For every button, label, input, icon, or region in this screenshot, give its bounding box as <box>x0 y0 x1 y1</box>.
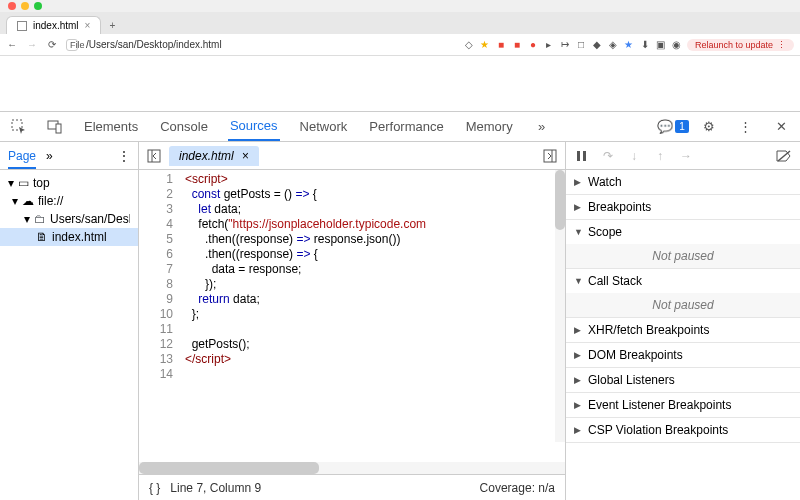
ext-icon[interactable]: ⬇ <box>639 39 651 51</box>
inspect-icon[interactable] <box>10 118 28 136</box>
devtools-panel: Elements Console Sources Network Perform… <box>0 111 800 500</box>
close-file-tab-icon[interactable]: × <box>242 149 249 163</box>
caret-right-icon: ▶ <box>574 202 582 212</box>
section-dom[interactable]: ▶DOM Breakpoints <box>566 343 800 368</box>
folder-icon: 🗀 <box>34 212 46 226</box>
editor-file-tab[interactable]: index.html × <box>169 146 259 166</box>
tab-sources[interactable]: Sources <box>228 112 280 141</box>
tree-file[interactable]: 🗎index.html <box>0 228 138 246</box>
minimize-window-icon[interactable] <box>21 2 29 10</box>
not-paused-label: Not paused <box>566 244 800 268</box>
code-content: <script> const getPosts = () => { let da… <box>179 170 565 462</box>
tab-elements[interactable]: Elements <box>82 113 140 140</box>
section-breakpoints[interactable]: ▶Breakpoints <box>566 195 800 220</box>
browser-tab-title: index.html <box>33 20 79 31</box>
more-tabs-icon[interactable]: » <box>46 149 53 163</box>
svg-rect-7 <box>577 151 580 161</box>
ext-icon[interactable]: ■ <box>511 39 523 51</box>
navigator-tabs: Page » ⋮ <box>0 142 138 170</box>
kebab-icon[interactable]: ⋮ <box>118 149 130 163</box>
step-icon[interactable]: → <box>678 148 694 164</box>
ext-icon[interactable]: □ <box>575 39 587 51</box>
ext-icon[interactable]: ◆ <box>591 39 603 51</box>
relaunch-button[interactable]: Relaunch to update ⋮ <box>687 39 794 51</box>
caret-down-icon: ▾ <box>8 176 14 190</box>
back-icon[interactable]: ← <box>6 39 18 50</box>
step-out-icon[interactable]: ↑ <box>652 148 668 164</box>
vertical-scrollbar[interactable] <box>555 170 565 442</box>
caret-down-icon: ▼ <box>574 227 582 237</box>
section-watch[interactable]: ▶Watch <box>566 170 800 195</box>
section-csp[interactable]: ▶CSP Violation Breakpoints <box>566 418 800 443</box>
tree-top[interactable]: ▾▭top <box>0 174 138 192</box>
caret-down-icon: ▾ <box>24 212 30 226</box>
section-scope: ▼Scope Not paused <box>566 220 800 269</box>
favicon-icon <box>17 21 27 31</box>
ext-icon[interactable]: ▸ <box>543 39 555 51</box>
url-text[interactable]: /Users/san/Desktop/index.html <box>86 39 222 50</box>
forward-icon[interactable]: → <box>26 39 38 50</box>
svg-rect-5 <box>544 150 556 162</box>
more-tabs-icon[interactable]: » <box>533 118 551 136</box>
maximize-window-icon[interactable] <box>34 2 42 10</box>
caret-right-icon: ▶ <box>574 425 582 435</box>
cloud-icon: ☁ <box>22 194 34 208</box>
deactivate-breakpoints-icon[interactable] <box>776 148 792 164</box>
ext-icon[interactable]: ● <box>527 39 539 51</box>
close-devtools-icon[interactable]: ✕ <box>772 118 790 136</box>
toggle-debugger-icon[interactable] <box>543 149 557 163</box>
ext-icon[interactable]: ★ <box>623 39 635 51</box>
new-tab-button[interactable]: + <box>101 17 123 34</box>
close-window-icon[interactable] <box>8 2 16 10</box>
not-paused-label: Not paused <box>566 293 800 317</box>
file-tab-label: index.html <box>179 149 234 163</box>
code-editor[interactable]: 1234567891011121314 <script> const getPo… <box>139 170 565 462</box>
reload-icon[interactable]: ⟳ <box>46 39 58 50</box>
window-icon: ▭ <box>18 176 29 190</box>
address-bar: ← → ⟳ File /Users/san/Desktop/index.html… <box>0 34 800 56</box>
toggle-navigator-icon[interactable] <box>147 149 161 163</box>
svg-rect-2 <box>56 124 61 133</box>
browser-tab-strip: index.html × + <box>0 12 800 34</box>
editor-status-bar: { } Line 7, Column 9 Coverage: n/a <box>139 474 565 500</box>
ext-icon[interactable]: ◉ <box>671 39 683 51</box>
step-over-icon[interactable]: ↷ <box>600 148 616 164</box>
svg-rect-8 <box>583 151 586 161</box>
ext-icon[interactable]: ★ <box>479 39 491 51</box>
device-toggle-icon[interactable] <box>46 118 64 136</box>
caret-right-icon: ▶ <box>574 177 582 187</box>
ext-icon[interactable]: ◈ <box>607 39 619 51</box>
file-tree: ▾▭top ▾☁file:// ▾🗀Users/san/Desktop 🗎ind… <box>0 170 138 500</box>
caret-right-icon: ▶ <box>574 400 582 410</box>
pause-icon[interactable] <box>574 148 590 164</box>
browser-tab[interactable]: index.html × <box>6 16 101 34</box>
tree-origin[interactable]: ▾☁file:// <box>0 192 138 210</box>
tab-memory[interactable]: Memory <box>464 113 515 140</box>
messages-icon[interactable]: 💬1 <box>664 118 682 136</box>
tab-performance[interactable]: Performance <box>367 113 445 140</box>
settings-icon[interactable]: ⚙ <box>700 118 718 136</box>
sources-navigator: Page » ⋮ ▾▭top ▾☁file:// ▾🗀Users/san/Des… <box>0 142 139 500</box>
tab-network[interactable]: Network <box>298 113 350 140</box>
editor-pane: index.html × 1234567891011121314 <script… <box>139 142 566 500</box>
caret-down-icon: ▾ <box>12 194 18 208</box>
file-icon: 🗎 <box>36 230 48 244</box>
debugger-controls: ↷ ↓ ↑ → <box>566 142 800 170</box>
section-xhr[interactable]: ▶XHR/fetch Breakpoints <box>566 318 800 343</box>
tab-console[interactable]: Console <box>158 113 210 140</box>
kebab-icon[interactable]: ⋮ <box>736 118 754 136</box>
horizontal-scrollbar[interactable] <box>139 462 565 474</box>
navigator-tab-page[interactable]: Page <box>8 149 36 169</box>
section-event[interactable]: ▶Event Listener Breakpoints <box>566 393 800 418</box>
coverage-status: Coverage: n/a <box>480 481 555 495</box>
ext-icon[interactable]: ◇ <box>463 39 475 51</box>
step-into-icon[interactable]: ↓ <box>626 148 642 164</box>
close-tab-icon[interactable]: × <box>85 20 91 31</box>
section-global[interactable]: ▶Global Listeners <box>566 368 800 393</box>
pretty-print-icon[interactable]: { } <box>149 481 160 495</box>
ext-icon[interactable]: ↦ <box>559 39 571 51</box>
ext-icon[interactable]: ■ <box>495 39 507 51</box>
kebab-icon: ⋮ <box>777 40 786 50</box>
ext-icon[interactable]: ▣ <box>655 39 667 51</box>
tree-folder[interactable]: ▾🗀Users/san/Desktop <box>0 210 138 228</box>
